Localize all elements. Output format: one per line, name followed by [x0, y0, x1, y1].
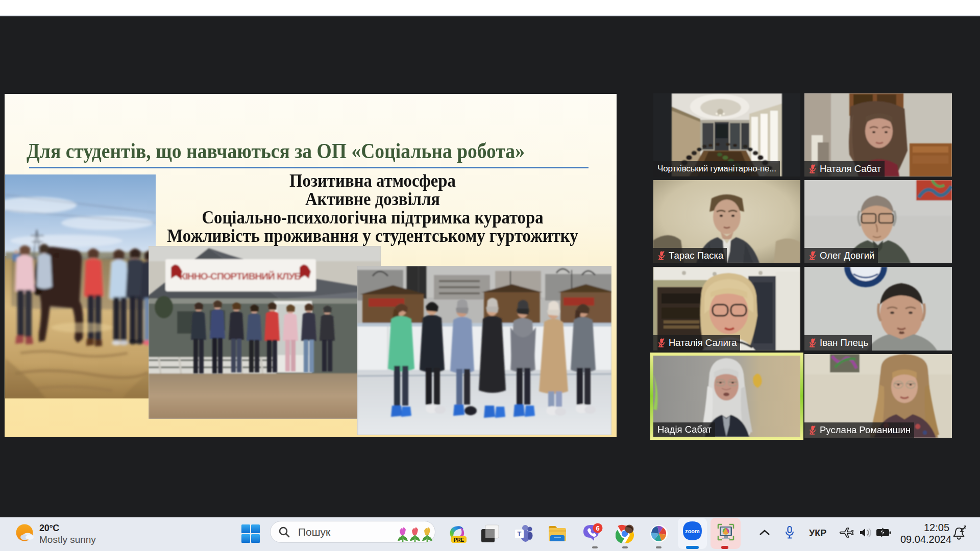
- svg-text:PRE: PRE: [454, 537, 464, 543]
- svg-text:T: T: [518, 530, 522, 538]
- svg-text:КІННО-СПОРТИВНИЙ КЛУБ: КІННО-СПОРТИВНИЙ КЛУБ: [180, 271, 301, 282]
- svg-text:6: 6: [596, 524, 599, 532]
- svg-text:zoom: zoom: [685, 528, 700, 534]
